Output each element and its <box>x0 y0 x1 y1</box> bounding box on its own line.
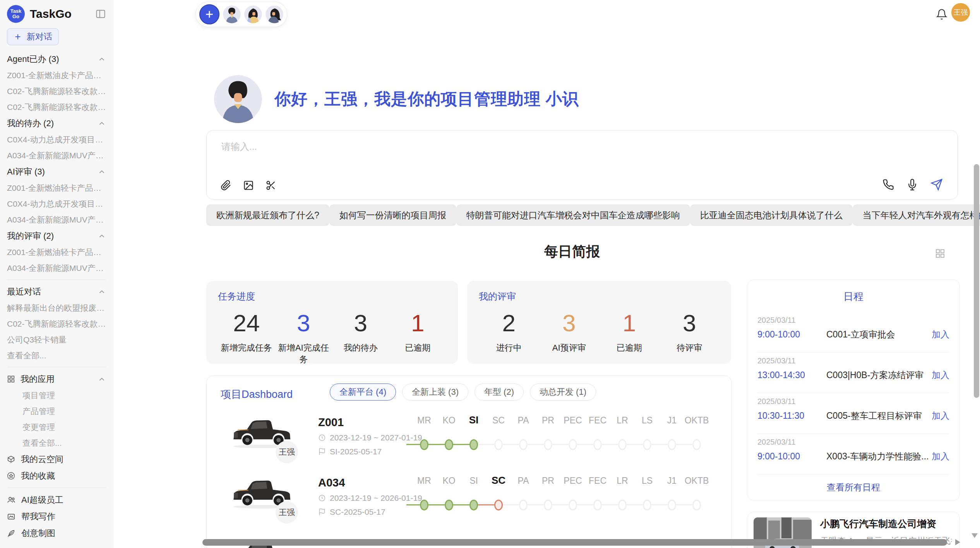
dashboard-tab[interactable]: 全新上装 (3) <box>402 384 468 401</box>
sidebar-section-header[interactable]: 我的评审 (2) <box>0 228 113 244</box>
sidebar-item[interactable]: 变更管理 <box>0 419 113 435</box>
image-icon[interactable] <box>243 180 254 191</box>
sidebar-tool-创意制图[interactable]: 创意制图 <box>0 525 113 541</box>
schedule-name: C003|H0B-方案冻结评审 <box>826 369 932 381</box>
sidebar-item[interactable]: 公司Q3轻卡销量 <box>0 332 113 348</box>
stat-label: 待评审 <box>660 342 720 354</box>
scissors-icon[interactable] <box>266 180 276 191</box>
stat-value: 1 <box>389 307 447 340</box>
sidebar-item[interactable]: Z001-全新燃油轻卡产品开发项目SI节点属性5D文件评审 <box>0 244 113 260</box>
grid-icon[interactable] <box>934 248 946 261</box>
dashboard-tab[interactable]: 动总开发 (1) <box>530 384 596 401</box>
chevron-up-icon[interactable] <box>98 288 106 296</box>
mic-icon[interactable] <box>906 179 918 190</box>
add-member-button[interactable] <box>199 4 219 24</box>
vertical-scrollbar[interactable] <box>974 164 979 398</box>
chevron-up-icon[interactable] <box>98 168 106 176</box>
member-avatar-3[interactable] <box>266 5 283 23</box>
member-avatar-2[interactable] <box>244 5 262 23</box>
sidebar-section-header[interactable]: AI评审 (3) <box>0 163 113 180</box>
view-all-schedule-link[interactable]: 查看所有日程 <box>747 481 959 493</box>
sidebar-item[interactable]: C02-飞腾新能源轻客改款项目立项汇报方案 <box>0 99 113 115</box>
sidebar-item[interactable]: Z001-全新燃油皮卡产品开发项目SI节点Lesson Learn报告 <box>0 67 113 83</box>
sidebar-section-title: 最近对话 <box>7 286 98 298</box>
sidebar-section-header[interactable]: 最近对话 <box>0 283 113 300</box>
member-avatar-1[interactable] <box>223 5 241 23</box>
milestone-label: SI <box>461 414 486 426</box>
stat-label: 已逾期 <box>599 342 660 354</box>
sidebar-item[interactable]: C02-飞腾新能源轻客改款项目里程碑画布 <box>0 83 113 99</box>
sidebar-item[interactable]: 项目管理 <box>0 387 113 403</box>
suggestion-chip[interactable]: 特朗普可能对进口汽车增税会对中国车企造成哪些影响 <box>456 204 690 226</box>
dashboard-tab[interactable]: 全新平台 (4) <box>330 384 396 401</box>
sidebar-item-我的收藏[interactable]: 我的收藏 <box>0 468 113 484</box>
milestone-dot <box>692 439 701 450</box>
sidebar-tool-AI超级员工[interactable]: AI超级员工 <box>0 491 113 508</box>
chevron-up-icon[interactable] <box>98 119 106 128</box>
chevron-up-icon[interactable] <box>98 55 106 63</box>
user-avatar[interactable]: 王强 <box>951 3 970 22</box>
new-chat-button[interactable]: 新对话 <box>7 28 59 45</box>
chat-input[interactable] <box>221 140 942 167</box>
paperclip-icon[interactable] <box>221 180 231 191</box>
stat-label: AI预评审 <box>539 342 600 354</box>
milestone-label: SC <box>486 474 511 486</box>
chevron-up-icon[interactable] <box>98 375 106 384</box>
milestone-label: KO <box>437 476 461 486</box>
schedule-name: X003-车辆动力学性能验... <box>826 450 932 462</box>
sidebar-item[interactable]: C02-飞腾新能源轻客改款项目的闭环通告反馈情况 <box>0 316 113 332</box>
schedule-item[interactable]: 2025/03/119:00-10:00X003-车辆动力学性能验...加入 <box>757 434 949 474</box>
scroll-right-arrow[interactable] <box>955 539 960 545</box>
stat-card: 我的评审2进行中3AI预评审1已逾期3待评审 <box>467 281 731 364</box>
sidebar-section-title: AI评审 (3) <box>7 166 98 178</box>
sidebar-item-我的云空间[interactable]: 我的云空间 <box>0 451 113 468</box>
join-link[interactable]: 加入 <box>932 329 949 341</box>
sidebar-item[interactable]: Z001-全新燃油轻卡产品开发项目SI造型提交物评审 <box>0 180 113 196</box>
chevron-up-icon[interactable] <box>98 232 106 240</box>
sidebar-section-header[interactable]: 我的待办 (2) <box>0 115 113 132</box>
sidebar-item[interactable]: A034-全新新能源MUV产品开发项目计划变更表编写 <box>0 147 113 163</box>
scroll-down-arrow[interactable] <box>971 533 978 538</box>
sidebar-item[interactable]: 解释最新出台的欧盟报废车法规再生塑料比例被调至15%... <box>0 300 113 316</box>
bell-icon[interactable] <box>936 9 947 22</box>
sidebar-section-header[interactable]: Agent已办 (3) <box>0 51 113 67</box>
horizontal-scrollbar[interactable] <box>202 539 947 546</box>
schedule-title: 日程 <box>747 290 959 303</box>
sidebar-collapse-icon[interactable] <box>95 9 106 19</box>
sidebar-item[interactable]: 查看全部... <box>0 435 113 451</box>
suggestion-chip[interactable]: 欧洲新规最近颁布了什么? <box>206 204 329 226</box>
sidebar-tool-label: 帮我写作 <box>21 511 55 522</box>
sidebar-tool-label: AI超级员工 <box>21 494 63 506</box>
sidebar-item[interactable]: C0X4-动力总成开发项目工程变更评审 <box>0 196 113 212</box>
milestone-label: FEC <box>585 476 610 486</box>
schedule-item[interactable]: 2025/03/119:00-10:00C001-立项审批会加入 <box>757 312 949 353</box>
dashboard-tab[interactable]: 年型 (2) <box>475 384 524 401</box>
sidebar-tool-帮我写作[interactable]: 帮我写作 <box>0 508 113 525</box>
greeting-text: 你好，王强，我是你的项目管理助理 小识 <box>274 88 579 110</box>
sidebar-item[interactable]: 产品管理 <box>0 403 113 419</box>
schedule-item[interactable]: 2025/03/1113:00-14:30C003|H0B-方案冻结评审加入 <box>757 353 949 393</box>
milestone-dot <box>519 500 528 510</box>
milestone-dot <box>618 439 627 450</box>
project-row[interactable]: 王强A0342023-12-19 ~ 2026-01-19SC-2025-05-… <box>207 469 731 529</box>
send-icon[interactable] <box>930 178 943 191</box>
join-link[interactable]: 加入 <box>932 410 949 422</box>
flag-icon <box>318 508 326 516</box>
milestone-label: J1 <box>660 476 684 486</box>
join-link[interactable]: 加入 <box>932 369 949 381</box>
sidebar-item[interactable]: 查看全部... <box>0 348 113 363</box>
sidebar-item[interactable]: C0X4-动力总成开发项目SI里程碑提交物检查 <box>0 132 113 147</box>
sidebar-item[interactable]: A034-全新新能源MUV产品开发项目造型可行性评审 <box>0 260 113 276</box>
milestone-label: KO <box>437 415 461 426</box>
sidebar-section-title: 我的评审 (2) <box>7 230 98 242</box>
suggestion-chip[interactable]: 比亚迪全固态电池计划具体说了什么 <box>690 204 853 226</box>
sidebar-item[interactable]: A034-全新新能源MUV产品开发项目法规符合性评审 <box>0 212 113 228</box>
project-row[interactable]: 王强Z0012023-12-19 ~ 2027-01-19SI-2025-05-… <box>207 408 731 469</box>
schedule-item[interactable]: 2025/03/1110:30-11:30C005-整车工程目标评审加入 <box>757 393 949 434</box>
sidebar-section-header[interactable]: 我的应用 <box>0 371 113 387</box>
suggestion-chip[interactable]: 当下年轻人对汽车外观有怎样的喜好趋势 <box>853 204 980 226</box>
milestone-dot <box>445 439 453 450</box>
suggestion-chip[interactable]: 如何写一份清晰的项目周报 <box>329 204 456 226</box>
phone-icon[interactable] <box>882 179 894 190</box>
join-link[interactable]: 加入 <box>932 450 949 462</box>
